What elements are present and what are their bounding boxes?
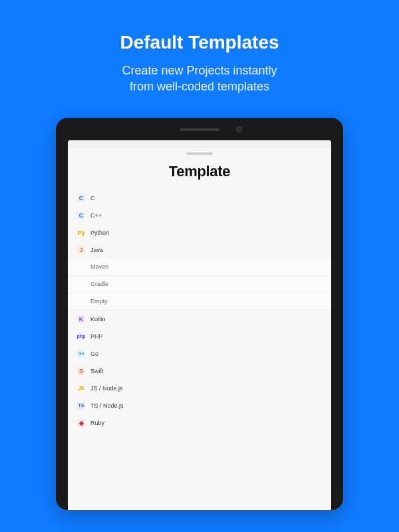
template-label: TS / Node.js	[90, 402, 124, 409]
template-sublabel: Maven	[90, 263, 108, 270]
template-sublabel: Gradle	[90, 281, 108, 287]
template-row-ts-node-js[interactable]: TSTS / Node.js	[68, 397, 331, 414]
template-row-js-node-js[interactable]: JSJS / Node.js	[68, 380, 331, 397]
template-label: Python	[90, 229, 109, 236]
status-bar	[68, 140, 331, 148]
java-icon: J	[77, 246, 85, 254]
c--icon: C	[77, 211, 85, 219]
sheet-drag-handle[interactable]	[186, 152, 213, 155]
template-subrow-maven[interactable]: Maven	[68, 259, 331, 276]
template-label: Kotlin	[90, 316, 106, 323]
sheet-title: Template	[68, 163, 331, 180]
template-label: C	[90, 195, 95, 201]
template-list: CCCC++PyPythonJJavaMavenGradleEmptyKKotl…	[68, 190, 331, 432]
promo-sub-line2: from well-coded templates	[130, 80, 269, 93]
go-icon: Go	[77, 350, 85, 358]
promo-subhead: Create new Projects instantly from well-…	[122, 63, 277, 95]
template-sublabel: Empty	[90, 298, 108, 305]
template-label: Swift	[90, 368, 104, 374]
ts-node-js-icon: TS	[77, 402, 85, 410]
template-row-kotlin[interactable]: KKotlin	[68, 311, 331, 328]
template-row-c-[interactable]: CC++	[68, 207, 331, 224]
template-row-go[interactable]: GoGo	[68, 345, 331, 362]
tablet-camera	[236, 126, 242, 132]
template-label: PHP	[90, 333, 103, 340]
php-icon: php	[77, 332, 85, 340]
promo-headline: Default Templates	[120, 32, 279, 53]
template-label: Java	[90, 247, 103, 253]
c-icon: C	[77, 194, 85, 202]
kotlin-icon: K	[77, 315, 85, 323]
tablet-frame: Template CCCC++PyPythonJJavaMavenGradleE…	[56, 118, 343, 510]
template-row-swift[interactable]: SSwift	[68, 362, 331, 380]
template-row-ruby[interactable]: ◆Ruby	[68, 414, 331, 432]
template-label: JS / Node.js	[90, 385, 123, 392]
template-row-php[interactable]: phpPHP	[68, 328, 331, 345]
template-label: Go	[90, 350, 98, 357]
template-row-java[interactable]: JJava	[68, 241, 331, 259]
template-label: C++	[90, 212, 102, 219]
promo-sub-line1: Create new Projects instantly	[122, 64, 277, 77]
template-subrow-empty[interactable]: Empty	[68, 293, 331, 311]
tablet-screen: Template CCCC++PyPythonJJavaMavenGradleE…	[68, 140, 331, 510]
template-label: Ruby	[90, 420, 104, 426]
template-subrow-gradle[interactable]: Gradle	[68, 276, 331, 293]
template-row-c[interactable]: CC	[68, 190, 331, 207]
swift-icon: S	[77, 367, 85, 375]
ruby-icon: ◆	[77, 419, 85, 427]
js-node-js-icon: JS	[77, 384, 85, 392]
python-icon: Py	[77, 229, 85, 237]
tablet-speaker	[180, 128, 219, 131]
template-row-python[interactable]: PyPython	[68, 224, 331, 241]
